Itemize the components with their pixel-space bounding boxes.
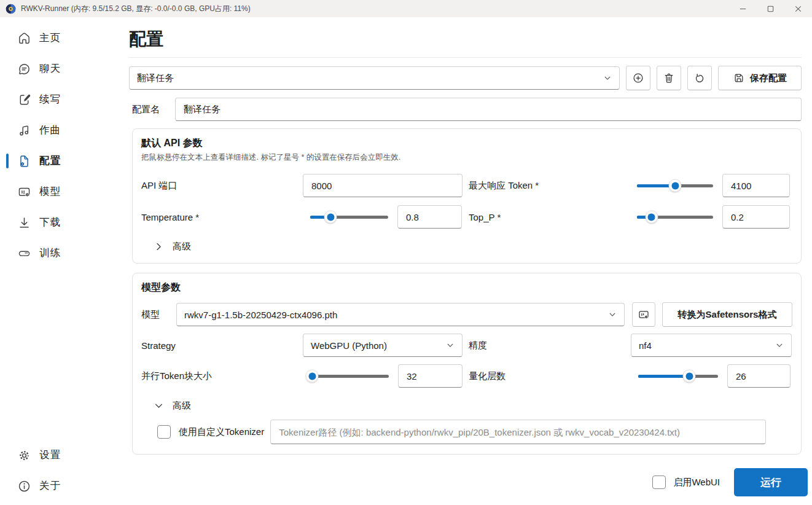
convert-safetensors-button[interactable]: 转换为Safetensors格式 xyxy=(662,302,792,327)
slider-thumb[interactable] xyxy=(645,211,658,224)
chunk-slider[interactable] xyxy=(309,369,389,383)
chevron-down-icon xyxy=(153,400,165,412)
save-icon xyxy=(733,72,745,84)
model-params-title: 模型参数 xyxy=(141,281,792,294)
temperature-label: Temperature * xyxy=(141,212,303,222)
precision-select-value: nf4 xyxy=(639,340,770,351)
compose-icon xyxy=(17,93,31,107)
quant-slider[interactable] xyxy=(638,369,718,383)
model-params-panel: 模型参数 模型 rwkv7-g1-1.5b-20250429-ctx4096.p… xyxy=(132,273,802,455)
strategy-select-value: WebGPU (Python) xyxy=(311,340,441,351)
delete-config-button[interactable] xyxy=(657,66,681,90)
precision-label: 精度 xyxy=(469,340,631,351)
manage-models-button[interactable] xyxy=(632,302,655,327)
sidebar-item-downloads[interactable]: 下载 xyxy=(0,207,123,238)
quant-label: 量化层数 xyxy=(469,370,631,382)
top-p-label: Top_P * xyxy=(469,212,631,222)
strategy-select[interactable]: WebGPU (Python) xyxy=(303,334,463,357)
save-config-button[interactable]: 保存配置 xyxy=(718,66,802,90)
run-button-label: 运行 xyxy=(760,476,781,490)
trash-icon xyxy=(663,72,675,84)
config-name-label: 配置名 xyxy=(132,104,166,115)
title-divider xyxy=(129,57,802,58)
quant-input[interactable] xyxy=(727,364,791,388)
close-button[interactable] xyxy=(784,0,812,17)
temperature-slider[interactable] xyxy=(310,210,388,224)
precision-select[interactable]: nf4 xyxy=(631,334,792,357)
home-icon xyxy=(17,31,31,45)
api-port-label: API 端口 xyxy=(141,180,303,192)
add-icon xyxy=(632,72,644,84)
chevron-down-icon xyxy=(775,341,784,350)
maximize-icon xyxy=(766,4,775,14)
enable-webui-checkbox[interactable] xyxy=(652,476,666,489)
sidebar-item-config[interactable]: 配置 xyxy=(0,146,123,176)
sidebar-item-home[interactable]: 主页 xyxy=(0,23,123,53)
max-tokens-label: 最大响应 Token * xyxy=(469,180,631,192)
reset-config-button[interactable] xyxy=(687,66,712,90)
info-icon xyxy=(17,479,31,493)
config-toolbar: 翻译任务 保存配置 xyxy=(129,66,802,90)
config-icon xyxy=(17,154,31,168)
api-advanced-label: 高级 xyxy=(173,241,191,252)
add-config-button[interactable] xyxy=(626,66,650,90)
app-logo-icon xyxy=(6,4,16,14)
model-select[interactable]: rwkv7-g1-1.5b-20250429-ctx4096.pth xyxy=(176,303,625,326)
tokenizer-path-input[interactable] xyxy=(270,420,766,444)
slider-thumb[interactable] xyxy=(324,211,337,224)
slider-thumb[interactable] xyxy=(669,179,682,192)
sidebar-item-about[interactable]: 关于 xyxy=(0,471,123,501)
window-title: RWKV-Runner (内存: 9.5/15.2 GB, 显存: -0.0/-… xyxy=(21,4,251,14)
api-params-panel: 默认 API 参数 把鼠标悬停在文本上查看详细描述. 标记了星号 * 的设置在保… xyxy=(132,128,802,264)
sidebar-item-chat[interactable]: 聊天 xyxy=(0,53,123,84)
music-icon xyxy=(17,123,31,138)
config-name-row: 配置名 xyxy=(132,98,802,121)
config-select[interactable]: 翻译任务 xyxy=(129,66,620,90)
top-p-slider[interactable] xyxy=(637,210,713,224)
strategy-label: Strategy xyxy=(141,340,303,351)
api-params-subtitle: 把鼠标悬停在文本上查看详细描述. 标记了星号 * 的设置在保存后会立即生效. xyxy=(141,152,792,162)
api-port-input[interactable] xyxy=(303,174,463,197)
sidebar-item-settings[interactable]: 设置 xyxy=(0,440,123,471)
run-button[interactable]: 运行 xyxy=(734,468,808,496)
sidebar-item-train[interactable]: 训练 xyxy=(0,238,123,268)
gear-icon xyxy=(17,448,31,463)
main-content: 配置 翻译任务 保存配置 配置名 xyxy=(123,17,812,505)
sidebar-item-models[interactable]: 模型 xyxy=(0,176,123,207)
slider-thumb[interactable] xyxy=(683,370,696,383)
top-p-input[interactable] xyxy=(722,205,790,229)
chunk-input[interactable] xyxy=(398,364,463,388)
chevron-down-icon xyxy=(608,310,617,319)
chat-icon xyxy=(17,62,31,76)
slider-thumb[interactable] xyxy=(306,370,319,383)
temperature-input[interactable] xyxy=(397,205,462,229)
maximize-button[interactable] xyxy=(757,0,784,17)
save-config-label: 保存配置 xyxy=(750,72,787,84)
custom-tokenizer-checkbox[interactable] xyxy=(157,425,171,439)
custom-tokenizer-label: 使用自定义Tokenizer xyxy=(179,426,264,438)
chevron-down-icon xyxy=(603,74,612,82)
model-advanced-toggle[interactable]: 高级 xyxy=(153,399,792,412)
sidebar-item-label: 训练 xyxy=(39,246,61,260)
minimize-icon xyxy=(738,4,748,14)
sidebar-item-label: 关于 xyxy=(39,479,61,493)
config-select-value: 翻译任务 xyxy=(137,72,598,84)
sidebar-item-label: 主页 xyxy=(39,31,61,45)
minimize-button[interactable] xyxy=(729,0,757,17)
page-title: 配置 xyxy=(129,27,802,52)
max-tokens-slider[interactable] xyxy=(637,179,713,192)
titlebar: RWKV-Runner (内存: 9.5/15.2 GB, 显存: -0.0/-… xyxy=(0,0,812,17)
sidebar-item-composition[interactable]: 作曲 xyxy=(0,115,123,146)
sidebar-item-label: 设置 xyxy=(39,448,61,462)
chevron-right-icon xyxy=(153,241,165,252)
model-icon xyxy=(17,185,31,199)
sidebar-spacer xyxy=(0,268,123,440)
max-tokens-input[interactable] xyxy=(722,174,790,197)
model-gear-icon xyxy=(638,308,650,321)
api-row-1: API 端口 最大响应 Token * xyxy=(141,174,792,197)
api-advanced-toggle[interactable]: 高级 xyxy=(153,240,792,253)
config-name-input[interactable] xyxy=(175,98,802,121)
slider-fill xyxy=(638,375,689,378)
sidebar-item-completion[interactable]: 续写 xyxy=(0,84,123,115)
sidebar-item-label: 续写 xyxy=(39,93,61,106)
